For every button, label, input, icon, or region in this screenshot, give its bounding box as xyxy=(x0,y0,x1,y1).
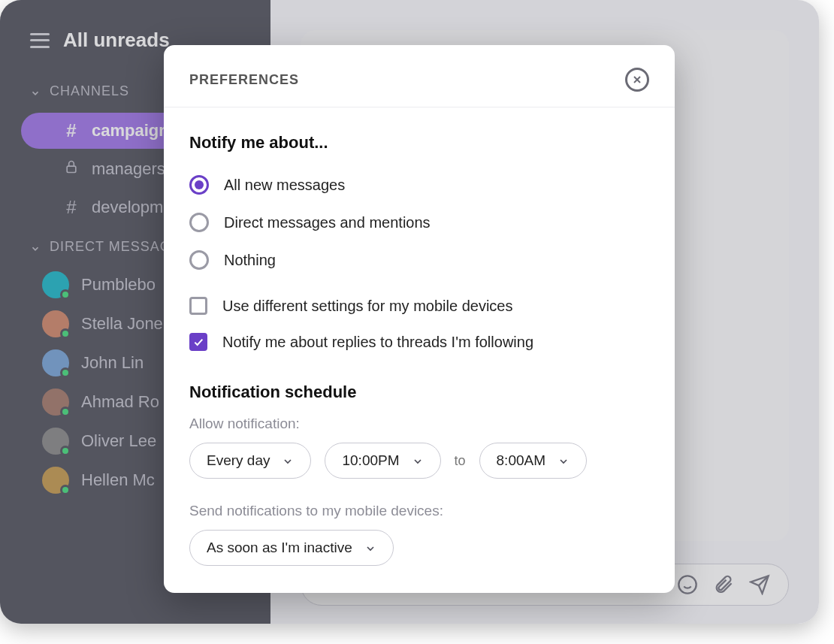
avatar xyxy=(42,349,69,376)
lock-icon xyxy=(63,159,80,179)
page-title: All unreads xyxy=(63,29,170,52)
allow-notification-label: Allow notification: xyxy=(189,416,649,432)
notify-checkbox-option[interactable]: Use different settings for my mobile dev… xyxy=(189,288,649,324)
avatar xyxy=(42,271,69,298)
presence-indicator xyxy=(60,407,71,417)
hamburger-icon[interactable] xyxy=(30,33,50,48)
radio-button[interactable] xyxy=(189,250,209,270)
avatar xyxy=(42,467,69,494)
send-icon[interactable] xyxy=(749,574,770,595)
chevron-down-icon xyxy=(30,242,41,252)
schedule-row: Every day 10:00PM to 8:00AM xyxy=(189,443,649,479)
end-time-value: 8:00AM xyxy=(497,452,545,469)
radio-label: Direct messages and mentions xyxy=(224,214,431,231)
mobile-notifications-label: Send notifications to my mobile devices: xyxy=(189,503,649,519)
radio-button[interactable] xyxy=(189,175,209,195)
presence-indicator xyxy=(60,367,71,378)
notify-radio-option[interactable]: All new messages xyxy=(189,166,649,204)
dm-label: Stella Jone xyxy=(81,314,163,334)
chevron-down-icon xyxy=(30,86,41,97)
dm-label: Pumblebo xyxy=(81,275,156,295)
avatar xyxy=(42,428,69,455)
chevron-down-icon xyxy=(558,455,570,467)
notify-section-title: Notify me about... xyxy=(189,133,649,153)
start-time-dropdown[interactable]: 10:00PM xyxy=(325,443,440,479)
notify-radio-group: All new messagesDirect messages and ment… xyxy=(189,166,649,279)
presence-indicator xyxy=(60,289,71,300)
dms-heading: DIRECT MESSAG xyxy=(50,239,171,255)
close-button[interactable] xyxy=(625,68,649,92)
dm-label: Oliver Lee xyxy=(81,431,156,451)
app-window: All unreads CHANNELS #campaign-managers#… xyxy=(0,0,819,624)
avatar xyxy=(42,310,69,337)
chevron-down-icon xyxy=(282,455,294,467)
modal-title: PREFERENCES xyxy=(189,72,299,88)
hash-icon: # xyxy=(63,120,80,141)
chevron-down-icon xyxy=(364,542,376,554)
radio-button[interactable] xyxy=(189,213,209,232)
start-time-value: 10:00PM xyxy=(342,452,399,469)
avatar xyxy=(42,389,69,416)
to-label: to xyxy=(455,453,466,469)
mobile-notifications-value: As soon as I'm inactive xyxy=(207,540,352,556)
channels-heading: CHANNELS xyxy=(50,83,129,99)
frequency-dropdown[interactable]: Every day xyxy=(189,443,311,479)
checkbox-label: Notify me about replies to threads I'm f… xyxy=(222,334,533,351)
schedule-section-title: Notification schedule xyxy=(189,382,649,402)
notify-radio-option[interactable]: Nothing xyxy=(189,241,649,279)
dm-label: Hellen Mc xyxy=(81,470,155,490)
modal-body: Notify me about... All new messagesDirec… xyxy=(164,107,675,593)
chevron-down-icon xyxy=(412,455,424,467)
dm-label: Ahmad Ro xyxy=(81,392,159,412)
attachment-icon[interactable] xyxy=(713,574,734,595)
checkbox[interactable] xyxy=(189,333,207,351)
frequency-value: Every day xyxy=(207,452,270,469)
svg-point-1 xyxy=(678,576,696,593)
presence-indicator xyxy=(60,328,71,339)
emoji-icon[interactable] xyxy=(677,574,698,595)
modal-header: PREFERENCES xyxy=(164,45,675,107)
presence-indicator xyxy=(60,446,71,456)
notify-check-group: Use different settings for my mobile dev… xyxy=(189,288,649,360)
radio-label: Nothing xyxy=(224,252,276,269)
presence-indicator xyxy=(60,485,71,495)
mobile-notifications-dropdown[interactable]: As soon as I'm inactive xyxy=(189,530,394,566)
preferences-modal: PREFERENCES Notify me about... All new m… xyxy=(164,45,675,593)
dm-label: John Lin xyxy=(81,353,144,373)
end-time-dropdown[interactable]: 8:00AM xyxy=(479,443,587,479)
checkbox-label: Use different settings for my mobile dev… xyxy=(222,298,512,315)
notify-radio-option[interactable]: Direct messages and mentions xyxy=(189,204,649,241)
notify-checkbox-option[interactable]: Notify me about replies to threads I'm f… xyxy=(189,324,649,360)
hash-icon: # xyxy=(63,197,80,218)
svg-rect-0 xyxy=(67,166,76,172)
checkbox[interactable] xyxy=(189,297,207,315)
radio-label: All new messages xyxy=(224,177,345,194)
